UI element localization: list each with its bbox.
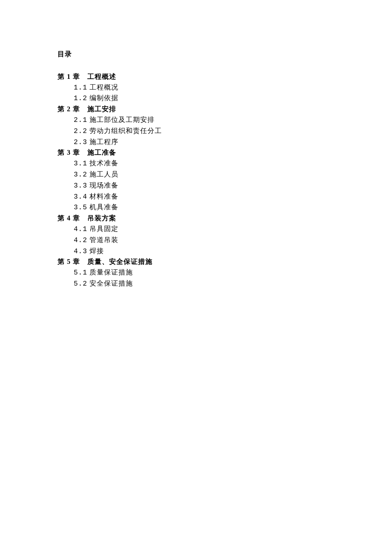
toc-section: 3.5 机具准备 bbox=[58, 202, 392, 213]
section-label: 施工程序 bbox=[89, 138, 118, 145]
section-number: 4.3 bbox=[74, 248, 87, 255]
section-label: 吊具固定 bbox=[89, 225, 118, 232]
section-label: 安全保证措施 bbox=[89, 280, 133, 287]
section-label: 现场准备 bbox=[89, 182, 118, 189]
toc-section: 1.2 编制依据 bbox=[58, 93, 392, 104]
toc-section: 3.3 现场准备 bbox=[58, 180, 392, 191]
section-label: 施工人员 bbox=[89, 171, 118, 178]
toc-section: 4.2 管道吊装 bbox=[58, 235, 392, 246]
section-number: 2.1 bbox=[74, 116, 87, 124]
toc-section: 2.1 施工部位及工期安排 bbox=[58, 115, 392, 126]
section-number: 1.2 bbox=[74, 95, 87, 102]
chapter-heading: 第 3 章 施工准备 bbox=[58, 147, 392, 158]
toc-section: 1.1 工程概况 bbox=[58, 82, 392, 93]
chapter-heading: 第 2 章 施工安排 bbox=[58, 104, 392, 115]
section-number: 2.3 bbox=[74, 139, 87, 146]
toc-section: 3.4 材料准备 bbox=[58, 191, 392, 202]
section-number: 2.2 bbox=[74, 127, 87, 135]
toc-section: 3.2 施工人员 bbox=[58, 169, 392, 180]
section-number: 3.5 bbox=[74, 204, 87, 211]
toc-section: 5.2 安全保证措施 bbox=[58, 278, 392, 289]
toc-title: 目录 bbox=[58, 49, 392, 60]
section-number: 5.2 bbox=[74, 280, 87, 288]
toc-section: 5.1 质量保证措施 bbox=[58, 267, 392, 278]
chapter-heading: 第 5 章 质量、安全保证措施 bbox=[58, 257, 392, 267]
toc-section: 2.3 施工程序 bbox=[58, 137, 392, 148]
toc-section: 4.3 焊接 bbox=[58, 246, 392, 257]
section-label: 施工部位及工期安排 bbox=[89, 116, 155, 123]
section-number: 3.4 bbox=[74, 193, 87, 201]
section-label: 质量保证措施 bbox=[89, 269, 133, 276]
section-label: 技术准备 bbox=[89, 159, 118, 167]
toc-section: 2.2 劳动力组织和责任分工 bbox=[58, 126, 392, 137]
section-label: 材料准备 bbox=[89, 193, 118, 200]
section-label: 焊接 bbox=[89, 247, 104, 254]
section-number: 5.1 bbox=[74, 269, 87, 277]
section-number: 3.2 bbox=[74, 171, 87, 179]
toc-section: 3.1 技术准备 bbox=[58, 158, 392, 169]
section-number: 4.1 bbox=[74, 225, 87, 233]
section-label: 劳动力组织和责任分工 bbox=[89, 127, 162, 134]
chapter-heading: 第 4 章 吊装方案 bbox=[58, 213, 392, 224]
section-label: 管道吊装 bbox=[89, 236, 118, 243]
section-label: 工程概况 bbox=[89, 84, 118, 91]
section-label: 编制依据 bbox=[89, 94, 118, 101]
section-number: 3.3 bbox=[74, 182, 87, 190]
section-number: 3.1 bbox=[74, 160, 87, 168]
section-number: 4.2 bbox=[74, 237, 87, 244]
chapter-heading: 第 1 章 工程概述 bbox=[58, 72, 392, 82]
section-number: 1.1 bbox=[74, 84, 87, 92]
toc-section: 4.1 吊具固定 bbox=[58, 224, 392, 235]
section-label: 机具准备 bbox=[89, 203, 118, 211]
toc-body: 第 1 章 工程概述 1.1 工程概况 1.2 编制依据 第 2 章 施工安排 … bbox=[58, 72, 392, 289]
